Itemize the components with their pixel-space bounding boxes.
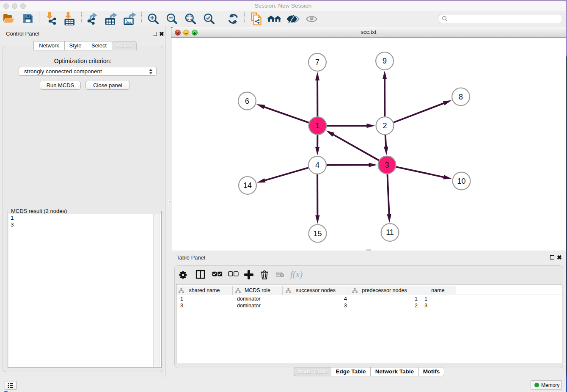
svg-text:8: 8 bbox=[459, 93, 463, 101]
svg-text:f(x): f(x) bbox=[290, 269, 303, 279]
svg-text:7: 7 bbox=[315, 58, 319, 66]
svg-text:1: 1 bbox=[315, 121, 319, 130]
svg-text:14: 14 bbox=[243, 181, 252, 190]
svg-text:9: 9 bbox=[383, 57, 387, 65]
svg-text:10: 10 bbox=[457, 177, 465, 185]
svg-text:4: 4 bbox=[315, 161, 319, 169]
svg-text:15: 15 bbox=[313, 229, 322, 238]
svg-text:2: 2 bbox=[383, 121, 387, 130]
svg-text:11: 11 bbox=[386, 228, 394, 237]
svg-text:6: 6 bbox=[245, 97, 249, 105]
svg-text:3: 3 bbox=[385, 161, 389, 169]
